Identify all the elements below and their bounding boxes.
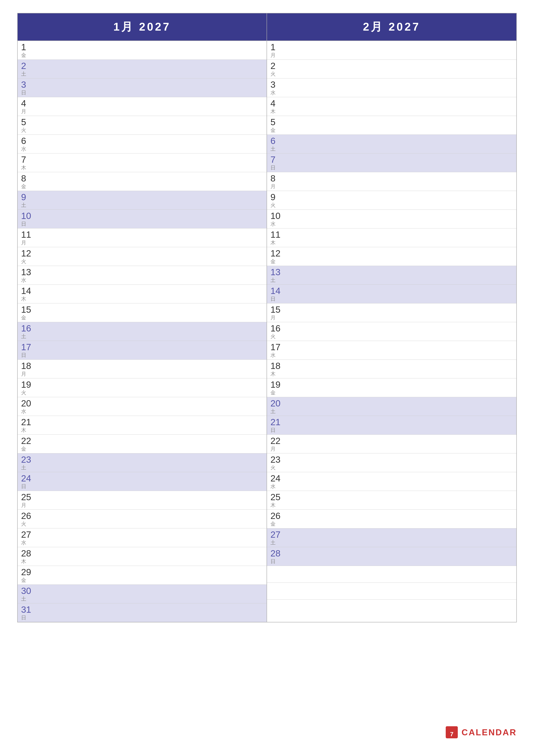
day-row: 9火: [267, 191, 516, 210]
day-row-empty: [267, 566, 516, 583]
jan-column: 1金2土3日4月5火6水7木8金9土10日11月12火13水14木15金16土1…: [18, 41, 267, 622]
day-number: 28: [270, 549, 286, 558]
day-number: 1: [270, 43, 286, 52]
day-number-block: 12火: [21, 249, 36, 264]
day-number: 7: [21, 155, 36, 164]
day-name: 木: [270, 502, 276, 508]
day-number-block: 17日: [21, 343, 36, 358]
logo-text: CALENDAR: [462, 728, 517, 737]
day-number: 9: [21, 193, 36, 202]
day-name: 水: [21, 278, 26, 283]
day-number-block: 21日: [270, 418, 286, 433]
month-label-feb: 2月 2027: [363, 20, 420, 33]
day-number: 25: [270, 493, 286, 502]
day-name: 金: [21, 446, 26, 451]
day-name: 木: [21, 296, 26, 302]
day-number-block: 13土: [270, 268, 286, 283]
day-number: 9: [270, 193, 286, 202]
day-number: 26: [21, 511, 36, 521]
day-number: 20: [270, 399, 286, 408]
day-number-block: 16火: [270, 324, 286, 339]
day-number-block: 11月: [21, 230, 36, 245]
day-number: 10: [21, 211, 36, 221]
day-name: 金: [21, 315, 26, 320]
day-number-block: 1月: [270, 43, 286, 58]
day-number-block: 20土: [270, 399, 286, 414]
day-name: 月: [21, 371, 26, 376]
day-number: 12: [270, 249, 286, 258]
day-number-block: 4月: [21, 99, 36, 114]
feb-column: 1月2火3水4木5金6土7日8月9火10水11木12金13土14日15月16火1…: [267, 41, 516, 622]
day-row: 18木: [267, 360, 516, 378]
day-number-block: 7日: [270, 155, 286, 170]
day-name: 月: [270, 184, 276, 189]
day-number: 24: [270, 474, 286, 483]
day-row: 1月: [267, 41, 516, 60]
day-row: 27水: [18, 528, 267, 547]
day-name: 土: [21, 596, 26, 602]
day-number-block: 24水: [270, 474, 286, 489]
day-row: 28木: [18, 547, 267, 566]
day-row: 14日: [267, 285, 516, 304]
day-row: 2火: [267, 60, 516, 78]
day-number: 4: [21, 99, 36, 108]
day-row: 20水: [18, 397, 267, 416]
day-row: 30土: [18, 585, 267, 604]
day-number-block: 6水: [21, 136, 36, 151]
day-row: 4木: [267, 97, 516, 116]
day-number: 15: [270, 305, 286, 314]
logo-area: 7 CALENDAR: [445, 726, 517, 739]
day-row: 3日: [18, 78, 267, 97]
day-name: 月: [270, 315, 276, 320]
day-number: 3: [21, 80, 36, 89]
day-number: 18: [21, 362, 36, 370]
day-number-block: 10日: [21, 211, 36, 227]
month-header-feb: 2月 2027: [267, 14, 516, 41]
day-number-block: 9火: [270, 193, 286, 208]
day-name: 土: [21, 465, 26, 470]
day-row: 31日: [18, 604, 267, 622]
day-name: 火: [270, 465, 276, 470]
day-row: 25木: [267, 491, 516, 510]
day-number: 27: [270, 530, 286, 539]
day-number-block: 12金: [270, 249, 286, 264]
day-number: 1: [21, 43, 36, 52]
day-number-block: 2土: [21, 62, 36, 76]
day-name: 日: [270, 428, 276, 433]
day-name: 火: [270, 202, 276, 208]
svg-text:7: 7: [450, 731, 453, 738]
day-name: 月: [270, 53, 276, 58]
day-number: 24: [21, 474, 36, 483]
day-name: 土: [270, 540, 276, 545]
day-name: 木: [21, 165, 26, 170]
day-number-block: 25木: [270, 493, 286, 508]
day-number-block: 1金: [21, 43, 36, 58]
day-row: 2土: [18, 60, 267, 78]
day-row: 15金: [18, 304, 267, 322]
day-name: 土: [21, 202, 26, 208]
day-number-block: 8月: [270, 174, 286, 189]
day-name: 日: [21, 615, 26, 620]
day-number: 26: [270, 511, 286, 521]
day-name: 木: [21, 428, 26, 433]
day-number-block: 21木: [21, 418, 36, 433]
day-row: 9土: [18, 191, 267, 210]
day-row: 17水: [267, 341, 516, 360]
day-number-block: 15月: [270, 305, 286, 320]
day-row: 16土: [18, 322, 267, 341]
day-name: 土: [270, 278, 276, 283]
day-name: 日: [21, 353, 26, 358]
day-name: 水: [270, 90, 276, 95]
day-number: 8: [270, 174, 286, 183]
day-number-block: 30土: [21, 586, 36, 602]
day-number: 21: [270, 418, 286, 427]
day-row: 6土: [267, 135, 516, 153]
day-number: 5: [270, 118, 286, 127]
day-name: 日: [270, 559, 276, 564]
day-number: 17: [270, 343, 286, 352]
day-number-block: 3日: [21, 80, 36, 95]
month-header-jan: 1月 2027: [18, 14, 267, 41]
day-name: 金: [270, 390, 276, 395]
day-number: 22: [21, 436, 36, 446]
day-number-block: 2火: [270, 62, 286, 76]
